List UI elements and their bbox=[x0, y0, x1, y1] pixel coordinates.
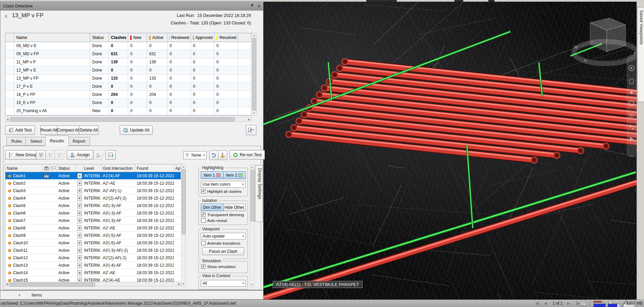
scrollbar-thumb[interactable] bbox=[252, 38, 256, 110]
rerun-test-button[interactable]: Re-run Test bbox=[230, 150, 265, 160]
reset-all-button[interactable]: Reset All bbox=[40, 125, 57, 135]
clash-status-dropdown[interactable]: ▼ bbox=[76, 239, 83, 247]
clash-status-dropdown[interactable]: ▼ bbox=[76, 209, 83, 217]
clash-table-header[interactable]: NameStatusLevelGrid IntersectionFoundApp… bbox=[5, 164, 181, 172]
clash-status-dropdown[interactable]: ▼ bbox=[76, 180, 83, 187]
scroll-left-icon[interactable]: ◀ bbox=[6, 283, 8, 286]
hide-other-toggle[interactable]: Hide Other bbox=[223, 204, 246, 211]
panel-titlebar[interactable]: Clash Detective × bbox=[0, 2, 263, 11]
clash-status-dropdown[interactable]: ▼ bbox=[76, 217, 83, 224]
tests-column-name[interactable]: Name bbox=[14, 33, 90, 42]
clash-status-dropdown[interactable]: ▼ bbox=[76, 247, 83, 254]
status-dropdown-icon[interactable]: ▼ bbox=[77, 263, 82, 268]
filter-dropdown[interactable]: None ▾ bbox=[183, 151, 207, 159]
first-sheet-icon[interactable]: ◀▏ bbox=[535, 301, 541, 306]
remove-from-group-button[interactable] bbox=[55, 150, 64, 160]
status-dropdown-icon[interactable]: ▼ bbox=[77, 196, 82, 201]
status-dropdown-icon[interactable]: ▼ bbox=[77, 255, 82, 261]
item2-toggle[interactable]: Item 2 bbox=[223, 171, 246, 179]
test-row[interactable]: 19_E v FPDone000000 bbox=[5, 99, 252, 107]
clash-status-dropdown[interactable]: ▼ bbox=[76, 224, 83, 232]
last-sheet-icon[interactable]: ▕▶ bbox=[574, 301, 580, 306]
unassign-button[interactable] bbox=[93, 150, 103, 160]
scroll-down-icon[interactable]: ▼ bbox=[181, 283, 185, 285]
clash-row[interactable]: Clash7Active▼INTERM...A3'(-3)-AF18:03:39… bbox=[5, 217, 181, 224]
scrollbar-thumb[interactable] bbox=[9, 283, 95, 287]
clash-row[interactable]: Clash1Active▼INTERM...A1'(4)-AF18:03:39 … bbox=[5, 172, 181, 180]
close-icon[interactable]: × bbox=[257, 3, 260, 9]
dim-other-toggle[interactable]: Dim Other bbox=[201, 204, 223, 211]
collapse-chevron-icon[interactable]: ∧ bbox=[4, 14, 8, 19]
clash-row[interactable]: Clash14Active▼INTERM...A2'-AE18:03:39 15… bbox=[5, 269, 181, 277]
test-row[interactable]: 20_Framing v AllNew000000 bbox=[5, 107, 252, 115]
clash-row[interactable]: Clash4Active▼INTERM...A2'(2)-AF(-2)18:03… bbox=[5, 195, 181, 202]
clash-row[interactable]: Clash11Active▼INTERM...A3'(-3)-AF(-2)18:… bbox=[5, 247, 181, 254]
scroll-up-icon[interactable]: ▲ bbox=[252, 34, 256, 37]
status-dropdown-icon[interactable]: ▼ bbox=[77, 240, 82, 246]
assign-button[interactable]: Assign bbox=[67, 150, 93, 160]
clash-row[interactable]: Clash9Active▼INTERM...A3'(-5)-AF18:03:39… bbox=[5, 232, 181, 239]
use-item-colors-dropdown[interactable]: Use item colors ▾ bbox=[201, 181, 246, 188]
undock-icon[interactable] bbox=[250, 3, 254, 7]
clash-status-dropdown[interactable]: ▼ bbox=[76, 202, 83, 209]
tests-table-header[interactable]: NameStatusClashesNewActiveReviewedApprov… bbox=[5, 33, 252, 42]
clash-row[interactable]: Clash2Active▼INTERM...A2'-AE18:03:39 15-… bbox=[5, 180, 181, 187]
transparent-dimming-checkbox[interactable]: ✓ bbox=[201, 212, 206, 217]
scrollbar-thumb[interactable] bbox=[10, 118, 235, 122]
scroll-down-icon[interactable]: ▼ bbox=[252, 112, 256, 114]
test-row[interactable]: 17_P v EDone000000 bbox=[5, 83, 252, 91]
sheet-browser-icon[interactable] bbox=[581, 301, 586, 306]
next-sheet-icon[interactable]: ▶ bbox=[567, 301, 570, 306]
test-row[interactable]: 18_P v FPDone2040204000 bbox=[5, 91, 252, 99]
tab-results[interactable]: Results bbox=[45, 136, 69, 146]
status-dropdown-icon[interactable]: ▼ bbox=[77, 188, 82, 193]
clash-row[interactable]: Clash10Active▼INTERM...A3'(-5)-AF18:03:3… bbox=[5, 239, 181, 247]
items-collapse-icon[interactable]: ∧ bbox=[18, 293, 21, 297]
previous-sheet-icon[interactable]: ◀ bbox=[544, 301, 547, 306]
test-row[interactable]: 12_MP v EDone000000 bbox=[5, 66, 252, 75]
tests-column-active[interactable]: Active bbox=[147, 33, 168, 42]
status-dropdown-icon[interactable]: ▼ bbox=[77, 270, 82, 275]
status-dropdown-icon[interactable]: ▼ bbox=[77, 210, 82, 216]
clash-row[interactable]: Clash12Active▼INTERM...A2'(2)-AF(-2)18:0… bbox=[5, 254, 181, 262]
camera-column-icon[interactable] bbox=[43, 164, 50, 172]
clash-status-dropdown[interactable]: ▼ bbox=[76, 262, 83, 269]
highlight-all-checkbox[interactable]: ✓ bbox=[201, 189, 206, 193]
animate-transitions-checkbox[interactable] bbox=[201, 241, 206, 245]
compact-all-button[interactable]: Compact All bbox=[57, 125, 79, 135]
update-all-button[interactable]: Update All bbox=[120, 125, 153, 135]
test-row[interactable]: 08_MD v EDone000000 bbox=[5, 42, 252, 50]
clash-column-level[interactable]: Level bbox=[83, 164, 101, 172]
saved-viewpoints-tab[interactable]: Saved Viewpoints bbox=[637, 7, 644, 102]
tests-horizontal-scrollbar[interactable]: ◀ ▶ bbox=[5, 117, 252, 122]
status-dropdown-icon[interactable]: ▼ bbox=[77, 233, 82, 238]
test-row[interactable]: 11_MP v PDone1390139000 bbox=[5, 58, 252, 66]
scroll-up-icon[interactable]: ▲ bbox=[181, 165, 185, 168]
add-test-button[interactable]: Add Test bbox=[5, 125, 35, 135]
clash-column-grid[interactable]: Grid Intersection bbox=[101, 164, 135, 172]
scroll-left-icon[interactable]: ◀ bbox=[6, 118, 8, 121]
tab-select[interactable]: Select bbox=[25, 137, 47, 146]
status-dropdown-icon[interactable]: ▼ bbox=[77, 181, 82, 186]
tests-column-resolved[interactable]: Resolved bbox=[214, 33, 238, 42]
delete-all-button[interactable]: Delete All bbox=[79, 125, 99, 135]
clash-row[interactable]: Clash5Active▼INTERM...A3'(-3)-AF18:03:39… bbox=[5, 202, 181, 209]
report-options-button[interactable] bbox=[246, 125, 256, 135]
view-in-context-dropdown[interactable]: All ▾ bbox=[201, 280, 246, 287]
items-bar[interactable]: ∧ Items bbox=[0, 290, 264, 300]
status-dropdown-icon[interactable]: ▼ bbox=[77, 248, 82, 253]
show-simulation-checkbox[interactable]: ✓ bbox=[201, 264, 206, 269]
clash-column-found[interactable]: Found bbox=[135, 164, 174, 172]
clash-row[interactable]: Clash6Active▼INTERM...A3'(-3)-AF18:03:39… bbox=[5, 209, 181, 217]
scroll-right-icon[interactable]: ▶ bbox=[178, 283, 180, 286]
tests-vertical-scrollbar[interactable]: ▲ ▼ bbox=[252, 33, 256, 116]
focus-on-clash-button[interactable]: Focus on Clash bbox=[202, 247, 244, 255]
status-dropdown-icon[interactable]: ▼ bbox=[77, 225, 82, 231]
undo-button[interactable] bbox=[209, 150, 218, 160]
group-selected-button[interactable] bbox=[36, 150, 46, 160]
clash-row[interactable]: Clash3Active▼INTERM...A2'-AF(-1)18:03:39… bbox=[5, 187, 181, 195]
comment-column-icon[interactable] bbox=[50, 164, 57, 172]
clash-status-dropdown[interactable]: ▼ bbox=[76, 232, 83, 239]
new-group-button[interactable]: New Group bbox=[5, 150, 40, 160]
display-settings-tab[interactable]: Display Settings bbox=[255, 165, 263, 222]
